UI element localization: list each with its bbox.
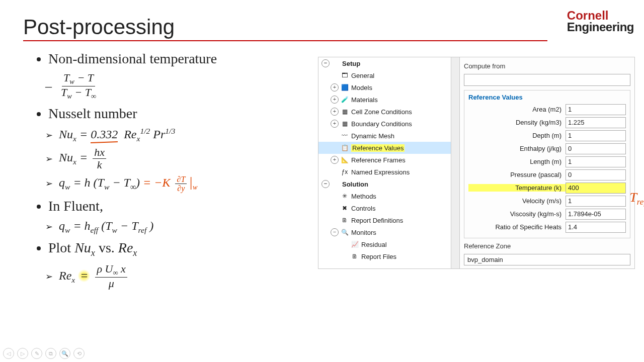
reference-values-title: Reference Values — [468, 94, 626, 101]
tree-item-icon: 🟦 — [341, 83, 349, 92]
tree-item-label: Methods — [351, 193, 376, 200]
footer-control-3[interactable]: ⧉ — [45, 348, 56, 359]
ref-row-value-input[interactable]: 1.4 — [566, 222, 626, 233]
expand-toggle[interactable]: + — [331, 96, 339, 104]
tree-item-label: Cell Zone Conditions — [351, 108, 412, 116]
tree-item-label: Report Definitions — [351, 217, 403, 224]
reference-values-group: Reference Values Area (m2)1Density (kg/m… — [464, 90, 630, 238]
slideshow-controls: ◁▷✎⧉🔍⟲ — [3, 348, 85, 359]
ref-row-value-input[interactable]: 1 — [566, 130, 626, 141]
tree-item-label: Reference Values — [351, 144, 405, 152]
tree-item-label: Models — [351, 84, 372, 92]
tree-item-report-definitions[interactable]: +🗎Report Definitions — [318, 214, 459, 226]
ref-row-label: Depth (m) — [468, 132, 566, 139]
cornell-logo: Cornell Engineering — [567, 10, 634, 33]
ref-row-label: Length (m) — [468, 158, 566, 165]
expand-toggle[interactable]: + — [331, 156, 339, 164]
ref-row-label: Pressure (pascal) — [468, 171, 566, 178]
reference-zone-combo[interactable]: bvp_domain — [464, 254, 630, 266]
ref-row-depth-m-: Depth (m)1 — [468, 129, 626, 142]
tree-item-report-files[interactable]: +🗎Report Files — [318, 250, 459, 262]
compute-from-label: Compute from — [464, 62, 630, 70]
tree-item-materials[interactable]: +🧪Materials — [318, 94, 459, 106]
tree-item-reference-frames[interactable]: +📐Reference Frames — [318, 154, 459, 166]
expand-toggle[interactable]: + — [331, 83, 339, 92]
tree-item-icon: 🔍 — [341, 228, 349, 236]
reference-zone-label: Reference Zone — [464, 242, 630, 250]
tree-item-label: Reference Frames — [351, 156, 406, 164]
eq-theta: Tw − T Tw − T∞ — [45, 72, 307, 101]
tree-item-solution[interactable]: −Solution — [318, 178, 459, 190]
expand-toggle[interactable]: − — [331, 228, 339, 236]
compute-from-combo[interactable] — [464, 74, 630, 86]
ref-row-viscosity-kg-m-s-: Viscosity (kg/m-s)1.7894e-05 — [468, 208, 626, 221]
footer-control-0[interactable]: ◁ — [3, 348, 14, 359]
ref-row-value-input[interactable]: 1.225 — [566, 117, 626, 128]
footer-control-5[interactable]: ⟲ — [73, 348, 85, 359]
tree-item-icon: 🗎 — [341, 216, 349, 224]
tree-item-dynamic-mesh[interactable]: +〰Dynamic Mesh — [318, 130, 459, 142]
slide-content: Non-dimensional temperature Tw − T Tw − … — [35, 48, 307, 295]
expand-toggle[interactable]: + — [331, 108, 339, 116]
title-rule — [23, 40, 547, 41]
ref-row-label: Enthalpy (j/kg) — [468, 145, 566, 152]
ref-row-label: Viscosity (kg/m-s) — [468, 210, 566, 218]
tree-item-controls[interactable]: +✖Controls — [318, 202, 459, 214]
ref-row-value-input[interactable]: 0 — [566, 143, 626, 154]
tree-item-label: Report Files — [361, 253, 396, 260]
fluent-ui: −Setup+🗔General+🟦Models+🧪Materials+▦Cell… — [318, 57, 635, 269]
ref-row-label: Density (kg/m3) — [468, 119, 566, 126]
footer-control-1[interactable]: ▷ — [17, 348, 28, 359]
tree-item-icon — [332, 59, 340, 67]
bullet-plot: Plot Nux vs. Rex — [48, 240, 307, 258]
ref-row-velocity-m-s-: Velocity (m/s)1 — [468, 195, 626, 208]
tree-item-reference-values[interactable]: +📋Reference Values — [318, 142, 459, 154]
tree-item-icon: 📋 — [341, 144, 349, 152]
footer-control-4[interactable]: 🔍 — [59, 348, 70, 359]
tree-item-models[interactable]: +🟦Models — [318, 81, 459, 94]
ref-row-value-input[interactable]: 0 — [566, 169, 626, 180]
ref-row-value-input[interactable]: 1.7894e-05 — [566, 209, 626, 220]
tree-item-named-expressions[interactable]: +ƒxNamed Expressions — [318, 166, 459, 178]
tree-item-setup[interactable]: −Setup — [318, 57, 459, 69]
tree-item-icon: 📈 — [351, 240, 359, 248]
tree-item-icon: ▦ — [341, 108, 349, 116]
ref-row-ratio-of-specific-heats: Ratio of Specific Heats1.4 — [468, 221, 626, 234]
tree-item-methods[interactable]: +✳Methods — [318, 190, 459, 202]
tree-item-icon — [332, 180, 340, 188]
tree-item-label: Materials — [351, 96, 378, 104]
outline-tree[interactable]: −Setup+🗔General+🟦Models+🧪Materials+▦Cell… — [318, 57, 460, 268]
tree-item-boundary-conditions[interactable]: +▦Boundary Conditions — [318, 118, 459, 130]
eq-qw: qw = h (Tw − T∞) = −K ∂T∂y|w — [45, 174, 307, 193]
tree-item-icon: 🗔 — [341, 71, 349, 79]
ref-row-label: Area (m2) — [468, 106, 566, 113]
expand-toggle[interactable]: − — [321, 180, 330, 188]
expand-toggle[interactable]: − — [321, 59, 330, 67]
ref-row-value-input[interactable]: 1 — [566, 156, 626, 167]
tree-scrollbar[interactable] — [451, 57, 459, 268]
tree-item-icon: ▦ — [341, 120, 349, 128]
ref-row-pressure-pascal-: Pressure (pascal)0 — [468, 168, 626, 182]
tree-item-label: Controls — [351, 205, 375, 212]
tree-item-monitors[interactable]: −🔍Monitors — [318, 226, 459, 238]
footer-control-2[interactable]: ✎ — [31, 348, 42, 359]
bullet-nondim: Non-dimensional temperature — [48, 51, 307, 67]
bullet-fluent: In Fluent, — [48, 198, 307, 214]
eq-rex: Rex = ρ U∞ xμ — [45, 263, 307, 290]
tree-item-label: Monitors — [351, 229, 376, 236]
tree-item-icon: 〰 — [341, 132, 349, 140]
ref-row-value-input[interactable]: 1 — [566, 196, 626, 207]
ref-row-value-input[interactable]: 400 — [566, 183, 626, 194]
tree-item-icon: 📐 — [341, 156, 349, 164]
tree-item-label: Setup — [342, 60, 360, 67]
tree-item-cell-zone-conditions[interactable]: +▦Cell Zone Conditions — [318, 106, 459, 118]
ref-row-label: Temperature (k) — [468, 184, 566, 192]
tree-item-icon: 🗎 — [351, 252, 359, 260]
tree-item-label: Solution — [342, 180, 368, 188]
ref-row-length-m-: Length (m)1 — [468, 155, 626, 168]
expand-toggle[interactable]: + — [331, 120, 339, 128]
ref-row-value-input[interactable]: 1 — [566, 104, 626, 115]
tree-item-general[interactable]: +🗔General — [318, 69, 459, 81]
tree-item-residual[interactable]: +📈Residual — [318, 238, 459, 250]
tree-item-label: Named Expressions — [351, 168, 410, 176]
